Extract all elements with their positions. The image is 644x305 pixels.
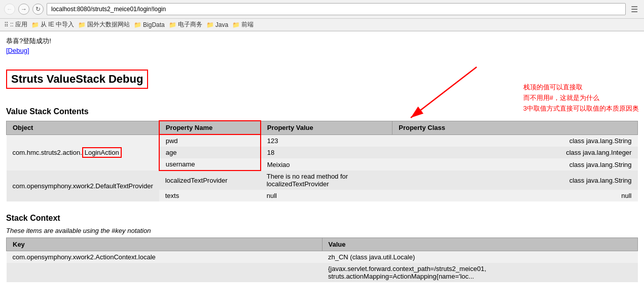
folder-icon: 📁 [78,21,86,28]
apps-icon: ⠿ [4,21,9,28]
cell-prop-value: There is no read method for localizedTex… [261,171,392,190]
stack-context-table: Key Value com.opensymphony.xwork2.Action… [6,238,638,282]
bookmark-foreign[interactable]: 📁 国外大数据网站 [78,20,130,29]
cell-prop-name: pwd [159,134,261,147]
context-cell-key [7,263,323,282]
annotation-line3: 3中取值方式直接可以取值的本质原因奥 [523,104,639,114]
cell-prop-name: localizedTextProvider [159,171,261,190]
cell-prop-class: class java.lang.String [392,158,638,171]
annotation-line1: 栈顶的值可以直接取 [523,82,639,93]
debug-link[interactable]: [Debug] [6,47,29,54]
folder-icon: 📁 [31,21,39,28]
value-stack-table: Object Property Name Property Value Prop… [6,120,638,201]
bookmark-frontend[interactable]: 📁 前端 [232,20,254,29]
col-object: Object [7,121,159,134]
context-row: {javax.servlet.forward.context_path=/str… [7,263,638,282]
folder-icon: 📁 [206,21,214,28]
page-content: 恭喜?登陆成功! [Debug] 栈顶的值可以直接取 而不用用#，这就是为什么 … [0,31,644,295]
debug-title: Struts ValueStack Debug [11,73,143,85]
cell-prop-class: class java.lang.String [392,134,638,147]
col-property-class: Property Class [392,121,638,134]
annotation-line2: 而不用用#，这就是为什么 [523,93,639,104]
refresh-button[interactable]: ↻ [32,4,44,15]
cell-prop-value: null [261,190,392,201]
context-col-key: Key [7,238,323,251]
cell-prop-value: Meixiao [261,158,392,171]
back-button[interactable]: ← [4,4,15,15]
cell-prop-class: class java.lang.Integer [392,147,638,158]
cell-prop-name: username [159,158,261,171]
annotation-box: 栈顶的值可以直接取 而不用用#，这就是为什么 3中取值方式直接可以取值的本质原因… [523,82,639,114]
address-bar[interactable] [47,3,626,15]
success-message: 恭喜?登陆成功! [6,37,638,46]
cell-prop-name: age [159,147,261,158]
login-action-highlight: LoginAction [82,147,122,158]
col-property-name: Property Name [159,121,261,134]
cell-prop-value: 18 [261,147,392,158]
cell-prop-class: null [392,190,638,201]
debug-title-box: Struts ValueStack Debug [6,70,148,89]
table-row: com.hmc.struts2.action.LoginAction pwd 1… [7,134,638,147]
col-property-value: Property Value [261,121,392,134]
folder-icon: 📁 [169,21,176,28]
cell-prop-name: texts [159,190,261,201]
context-cell-key: com.opensymphony.xwork2.ActionContext.lo… [7,251,323,263]
table-row: com.opensymphony.xwork2.DefaultTextProvi… [7,171,638,190]
settings-button[interactable]: ☰ [629,4,640,15]
bookmark-ecommerce[interactable]: 📁 电子商务 [169,20,202,29]
bookmark-bigdata[interactable]: 📁 BigData [134,21,165,28]
context-cell-value: {javax.servlet.forward.context_path=/str… [322,263,638,282]
object-prefix: com.hmc.struts2.action. [13,149,82,156]
apps-bookmark[interactable]: ⠿ :: 应用 [4,20,27,29]
folder-icon: 📁 [232,21,240,28]
context-note: These items are available using the #key… [6,227,638,234]
context-cell-value: zh_CN (class java.util.Locale) [322,251,638,263]
folder-icon: 📁 [134,21,141,28]
stack-context-title: Stack Context [6,214,638,223]
context-row: com.opensymphony.xwork2.ActionContext.lo… [7,251,638,263]
cell-object: com.hmc.struts2.action.LoginAction [7,134,159,171]
browser-chrome: ← → ↻ ☰ ⠿ :: 应用 📁 从 IE 中导入 📁 国外大数据网站 📁 B… [0,0,644,31]
bookmark-java[interactable]: 📁 Java [206,21,228,28]
cell-object: com.opensymphony.xwork2.DefaultTextProvi… [7,171,159,201]
bookmark-ie[interactable]: 📁 从 IE 中导入 [31,20,74,29]
bookmarks-bar: ⠿ :: 应用 📁 从 IE 中导入 📁 国外大数据网站 📁 BigData 📁… [0,19,644,31]
value-stack-table-wrapper: Object Property Name Property Value Prop… [6,120,638,201]
cell-prop-class: class java.lang.String [392,171,638,190]
browser-toolbar: ← → ↻ ☰ [0,0,644,19]
context-col-value: Value [322,238,638,251]
forward-button[interactable]: → [18,4,29,15]
cell-prop-value: 123 [261,134,392,147]
